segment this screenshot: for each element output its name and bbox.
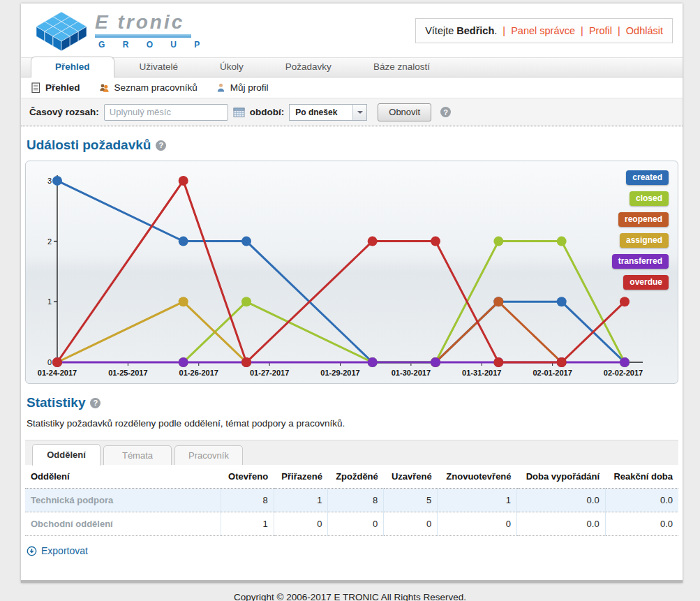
- help-icon[interactable]: ?: [90, 398, 100, 408]
- tab-label: Přehled: [55, 61, 90, 72]
- stats-table: Oddělení Otevřeno Přiřazené Zpožděné Uza…: [25, 465, 678, 536]
- series-overdue-point: [52, 357, 62, 367]
- welcome-suffix: .: [494, 25, 497, 36]
- cell: 1: [438, 489, 517, 512]
- col-header: Zpožděné: [328, 465, 384, 489]
- time-range-input[interactable]: [104, 104, 228, 121]
- cell: 5: [384, 489, 438, 512]
- legend-assigned[interactable]: assigned: [620, 233, 669, 248]
- series-transferred-point: [368, 357, 378, 367]
- svg-text:02-01-2017: 02-01-2017: [533, 369, 572, 377]
- col-header: Reakční doba: [605, 465, 678, 489]
- chart-legend: createdclosedreopenedassignedtransferred…: [612, 170, 669, 290]
- svg-text:1: 1: [47, 297, 52, 306]
- events-section-title-row: Události požadavků ?: [27, 138, 683, 153]
- tab-ukoly[interactable]: Úkoly: [199, 57, 265, 77]
- series-overdue-point: [431, 237, 440, 246]
- export-download-icon: [27, 546, 37, 556]
- help-icon[interactable]: ?: [440, 107, 451, 117]
- svg-text:01-26-2017: 01-26-2017: [179, 369, 218, 377]
- legend-transferred[interactable]: transferred: [612, 254, 669, 269]
- series-assigned-line: [57, 302, 246, 362]
- col-header: Otevřeno: [221, 465, 274, 489]
- help-icon[interactable]: ?: [156, 140, 166, 151]
- series-overdue-point: [241, 357, 251, 367]
- period-select-value: Po dnešek: [290, 105, 352, 120]
- time-range-label: Časový rozsah:: [29, 107, 99, 117]
- stats-section-title-row: Statistiky ?: [27, 395, 683, 410]
- period-select[interactable]: Po dnešek: [289, 104, 367, 121]
- tab-uzivatele[interactable]: Uživatelé: [119, 57, 200, 77]
- events-section-title: Události požadavků: [27, 138, 151, 153]
- tab-label: Báze znalostí: [373, 61, 430, 72]
- users-icon: [98, 82, 110, 94]
- col-header: Oddělení: [25, 465, 221, 489]
- row-label: Technická podpora: [25, 489, 221, 512]
- table-row: Obchodní oddělení 1 0 0 0 0 0.0 0.0: [25, 512, 678, 536]
- svg-text:01-24-2017: 01-24-2017: [38, 369, 77, 377]
- refresh-button[interactable]: Obnovit: [378, 103, 431, 121]
- cell: 0.0: [517, 512, 606, 536]
- series-transferred-point: [431, 357, 440, 367]
- series-reopened-line: [435, 302, 562, 362]
- legend-created[interactable]: created: [626, 170, 669, 185]
- period-label: období:: [250, 107, 284, 117]
- series-transferred-point: [620, 357, 630, 367]
- welcome-username: Bedřich: [456, 25, 494, 36]
- cell: 0: [384, 512, 438, 536]
- svg-text:01-25-2017: 01-25-2017: [108, 369, 147, 377]
- subnav-label: Můj profil: [230, 82, 269, 93]
- export-link[interactable]: Exportovat: [41, 545, 88, 556]
- stats-tab-oddeleni[interactable]: Oddělení: [32, 444, 100, 466]
- series-closed-point: [493, 237, 503, 246]
- tab-prehled[interactable]: Přehled: [31, 57, 114, 77]
- series-created-point: [241, 237, 251, 246]
- col-header: Znovuotevřené: [438, 465, 517, 489]
- stats-tab-temata[interactable]: Témata: [103, 445, 172, 465]
- calendar-icon[interactable]: [233, 107, 245, 118]
- subnav-item-seznam-pracovniku[interactable]: Seznam pracovníků: [98, 82, 198, 94]
- legend-overdue[interactable]: overdue: [623, 275, 669, 290]
- main-container: E tronic G R O U P Vítejte Bedřich. | Pa…: [21, 3, 683, 583]
- logo-underline: [95, 34, 191, 38]
- cell: 0: [328, 512, 384, 536]
- series-overdue-point: [557, 357, 567, 367]
- series-created-point: [52, 176, 62, 186]
- tab-baze-znalosti[interactable]: Báze znalostí: [352, 57, 451, 77]
- col-header: Uzavřené: [384, 465, 438, 489]
- legend-reopened[interactable]: reopened: [618, 212, 669, 227]
- cell: 0: [274, 512, 328, 536]
- profile-link[interactable]: Profil: [589, 25, 612, 36]
- admin-panel-link[interactable]: Panel správce: [511, 25, 575, 36]
- legend-closed[interactable]: closed: [630, 191, 669, 206]
- tab-pozadavky[interactable]: Požadavky: [265, 57, 352, 77]
- stats-tab-pracovnik[interactable]: Pracovník: [174, 445, 243, 465]
- row-label: Obchodní oddělení: [25, 512, 221, 536]
- main-nav: Přehled Uživatelé Úkoly Požadavky Báze z…: [21, 57, 683, 77]
- cell: 0.0: [517, 489, 606, 512]
- subnav-label: Přehled: [45, 82, 80, 93]
- export-row: Exportovat: [27, 545, 677, 580]
- subnav-item-muj-profil[interactable]: Můj profil: [216, 82, 269, 94]
- cell: 1: [274, 489, 328, 512]
- svg-text:02-02-2017: 02-02-2017: [604, 369, 643, 377]
- series-overdue-point: [368, 237, 378, 246]
- series-assigned-point: [179, 297, 188, 306]
- welcome-greeting: Vítejte: [425, 25, 454, 36]
- series-closed-point: [557, 237, 567, 246]
- cell: 1: [221, 512, 274, 536]
- subnav-item-prehled[interactable]: Přehled: [31, 82, 80, 94]
- series-reopened-point: [493, 297, 503, 306]
- svg-text:01-30-2017: 01-30-2017: [392, 369, 431, 377]
- footer: Copyright © 2006-2017 E TRONIC All Right…: [0, 583, 700, 601]
- separator: |: [618, 25, 620, 36]
- cell: 8: [328, 489, 384, 512]
- sub-nav: Přehled Seznam pracovníků Můj profil: [21, 77, 683, 98]
- svg-text:3: 3: [47, 177, 52, 185]
- cell: 8: [221, 489, 274, 512]
- col-header: Doba vypořádání: [517, 465, 606, 489]
- logo-text: E tronic G R O U P: [95, 11, 207, 50]
- logout-link[interactable]: Odhlásit: [626, 25, 663, 36]
- svg-text:0: 0: [47, 358, 52, 366]
- logo-cubes-icon: [35, 10, 88, 51]
